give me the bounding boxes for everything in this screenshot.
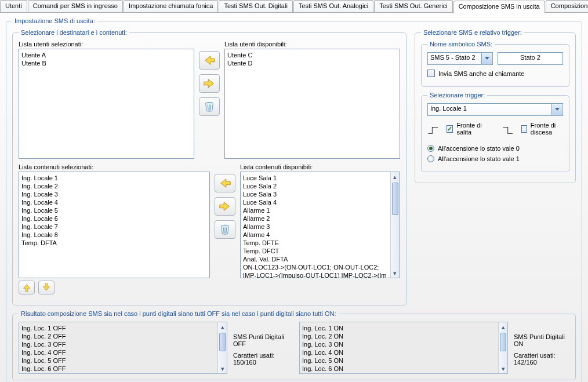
list-item[interactable]: Ing. Locale 1 [21,174,207,182]
checkbox-icon [521,125,527,133]
chk-fronte-discesa[interactable]: Fronte di discesa [521,122,563,136]
list-item[interactable]: Ing. Locale 2 [21,182,207,190]
scroll-thumb[interactable] [500,333,506,351]
list-item[interactable]: Ing. Locale 4 [21,198,207,206]
scroll-up-icon[interactable]: ▴ [391,172,400,181]
result-on-title: SMS Punti Digitali ON [514,333,569,347]
label-users-selected: Lista utenti selezionati: [19,41,194,48]
arrow-left-icon [203,54,216,67]
trash-icon [203,100,216,113]
list-item[interactable]: Ing. Locale 6 [21,214,207,223]
tab-sms-out-generici[interactable]: Testi SMS Out. Generici [374,0,452,12]
arrow-right-icon [203,77,216,90]
chk-fronte-salita[interactable]: Fronte di salita [447,122,484,136]
arrow-left-icon [219,177,231,190]
label-contents-selected: Lista contenuti selezionati: [19,163,210,170]
list-users-available[interactable]: Utente CUtente D [224,49,400,159]
scroll-down-icon[interactable]: ▾ [391,268,400,278]
scroll-up-icon[interactable]: ▴ [499,322,507,332]
list-item[interactable]: Utente D [227,59,397,67]
scroll-down-icon[interactable]: ▾ [218,364,227,373]
scroll-down-icon[interactable]: ▾ [499,364,507,373]
sms-name-input[interactable]: Stato 2 [498,52,563,65]
list-item[interactable]: Utente C [227,51,397,59]
move-left-button-2[interactable] [215,174,235,192]
label-contents-available: Lista contenuti disponibili: [240,163,400,170]
list-item[interactable]: Ing. Loc. 5 OFF [21,356,224,365]
scroll-thumb[interactable] [392,183,398,215]
result-off-list[interactable]: Ing. Loc. 1 OFFIng. Loc. 2 OFFIng. Loc. … [19,322,227,374]
clear-users-button[interactable] [199,97,220,116]
list-item[interactable]: Ing. Loc. 1 OFF [21,324,224,332]
scrollbar[interactable]: ▴ ▾ [217,322,227,373]
list-item[interactable]: Ing. Locale 8 [21,231,207,239]
move-right-button-2[interactable] [215,197,235,216]
list-item[interactable]: Ing. Locale 5 [21,206,207,214]
list-item[interactable]: IMP-LOC1->(Impulso-OUT-LOC1) IMP-LOC2->(… [243,271,389,278]
list-item[interactable]: Ing. Locale 3 [21,190,207,198]
clear-contents-button[interactable] [215,220,235,239]
list-item[interactable]: Ing. Loc. 2 OFF [21,332,224,340]
list-item[interactable]: Temp. DFTE [243,239,389,247]
list-item[interactable]: Allarme 2 [243,214,389,223]
list-item[interactable]: Luce Sala 4 [243,198,389,206]
list-item[interactable]: Ing. Locale 7 [21,223,207,231]
move-up-button[interactable] [19,281,35,294]
list-item[interactable]: Allarme 4 [243,231,389,239]
list-item[interactable]: Temp. DFCT [243,247,389,255]
list-item[interactable]: Ing. Loc. 5 ON [302,356,505,365]
move-right-button[interactable] [199,74,220,93]
scroll-thumb[interactable] [219,333,226,351]
list-item[interactable]: Luce Sala 3 [243,190,389,198]
list-users-selected[interactable]: Utente AUtente B [19,49,194,159]
list-item[interactable]: Utente A [21,51,191,59]
tab-chiamata-fonica[interactable]: Impostazione chiamata fonica [124,0,219,12]
result-off-chars: Caratteri usati: 150/160 [233,352,289,366]
legend-main: Impostazione SMS di uscita: [12,17,97,24]
list-item[interactable]: Ing. Loc. 6 OFF [21,365,224,373]
tab-comandi-sms-in[interactable]: Comandi per SMS in ingresso [28,0,123,12]
list-item[interactable]: Ing. Loc. 4 ON [302,348,505,356]
fieldset-sel-trigger: Selezionare trigger: Ing. Locale 1 Front… [421,92,569,172]
tab-sms-out-digitali[interactable]: Testi SMS Out. Digitali [219,0,292,12]
scrollbar[interactable]: ▴ ▾ [390,172,400,278]
list-item[interactable]: Luce Sala 2 [243,182,389,190]
list-contents-selected[interactable]: Ing. Locale 1Ing. Locale 2Ing. Locale 3I… [19,172,210,278]
fieldset-main: Impostazione SMS di uscita: Selezionare … [6,17,582,382]
list-item[interactable]: Ing. Loc. 1 ON [302,324,505,332]
list-item[interactable]: Ing. Loc. 6 ON [302,365,505,373]
move-down-button[interactable] [38,281,55,294]
tabstrip: Utenti Comandi per SMS in ingresso Impos… [0,0,588,13]
list-item[interactable]: Ing. Loc. 4 OFF [21,348,224,356]
tab-utenti[interactable]: Utenti [0,0,27,12]
radio-stato-0[interactable]: All'accensione lo stato vale 0 [427,145,563,152]
list-item[interactable]: Ing. Loc. 2 ON [302,332,505,340]
radio-stato-1[interactable]: All'accensione lo stato vale 1 [427,155,563,162]
list-item[interactable]: Ing. Loc. 3 OFF [21,340,224,348]
scroll-up-icon[interactable]: ▴ [218,322,227,332]
arrow-right-icon [219,200,231,213]
legend-dest: Selezionare i destinatari e i contenuti: [19,29,129,36]
list-item[interactable]: Allarme 1 [243,206,389,214]
chk-invia-chiamante[interactable]: Invia SMS anche al chiamante [427,70,563,77]
list-item[interactable]: Allarme 3 [243,223,389,231]
scrollbar[interactable]: ▴ ▾ [498,322,507,373]
tab-composizione-speciali[interactable]: Composizione SMS speciali [546,0,588,12]
result-on-chars: Caratteri usati: 142/160 [514,352,569,366]
trigger-select[interactable]: Ing. Locale 1 [427,103,563,116]
tab-sms-out-analogici[interactable]: Testi SMS Out. Analogici [293,0,373,12]
legend-sel-trigger: Selezionare trigger: [427,92,487,99]
list-item[interactable]: ON-LOC123->(ON-OUT-LOC1; ON-OUT-LOC2; [243,263,389,271]
tab-composizione-sms[interactable]: Composizione SMS in uscita [453,1,545,13]
list-item[interactable]: Temp. DFTA [21,239,207,247]
list-contents-available[interactable]: Luce Sala 1Luce Sala 2Luce Sala 3Luce Sa… [240,172,400,278]
list-item[interactable]: Utente B [21,59,191,67]
move-left-button[interactable] [199,51,220,70]
result-on-list[interactable]: Ing. Loc. 1 ONIng. Loc. 2 ONIng. Loc. 3 … [299,322,508,374]
list-item[interactable]: Anal. Val. DFTA [243,255,389,263]
legend-result: Risultato composizione SMS sia nel caso … [19,310,339,317]
checkbox-icon [447,125,453,133]
list-item[interactable]: Ing. Loc. 3 ON [302,340,505,348]
list-item[interactable]: Luce Sala 1 [243,174,389,182]
sms-select[interactable]: SMS 5 - Stato 2 [427,52,493,65]
